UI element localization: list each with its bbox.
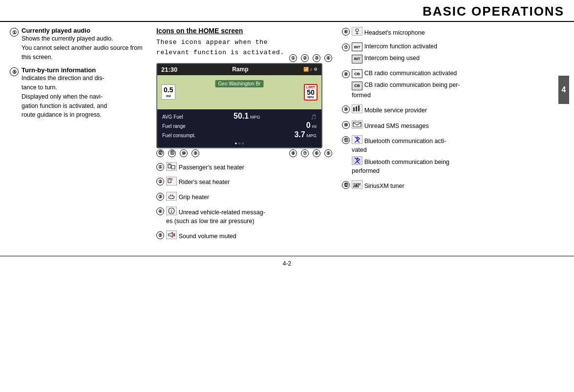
cb-radio-active-label: CB radio communication activated — [364, 70, 457, 77]
center-icon-item-1: ① Passenger's seat heater — [156, 162, 332, 172]
center-icon-num-2: ② — [156, 178, 164, 186]
limit-label: MPH — [307, 96, 314, 99]
center-heading: Icons on the HOME screen — [156, 27, 332, 35]
vehicle-message-icon: i — [166, 206, 177, 215]
center-icon-item-2: ② Rider's seat heater — [156, 177, 332, 187]
anno-4: ④ — [324, 54, 332, 62]
road-label: Geo Washington Br — [215, 80, 264, 87]
grip-heater-icon — [166, 192, 177, 201]
screen-bottombar: SXM ☰ ✉ |◀ ♫ Teri Meri Baatein - ... ▶| … — [157, 147, 321, 148]
music-note-right: 🎵 — [311, 114, 317, 120]
headset-mic-label: Headset's microphone — [364, 29, 425, 36]
right-icon-item-6: ⑥ Headset's microphone — [342, 27, 564, 38]
anno-3: ③ — [313, 54, 320, 62]
music-icon: ♪ — [310, 67, 313, 72]
bluetooth-active-icon — [352, 135, 362, 144]
speed-val: 0.5 — [164, 86, 173, 94]
fuel-avg-row: AVG Fuel 50.1 MPG 🎵 — [162, 112, 317, 121]
fuel-range-label: Fuel range — [162, 124, 186, 129]
screen-time: 21:30 — [161, 66, 177, 73]
sms-unread-icon — [352, 120, 362, 129]
cb-radio-used-block: CB CB radio communication being per-form… — [352, 81, 460, 100]
center-icon-body-5: Sound volume muted — [166, 230, 236, 241]
center-icon-num-5: ⑤ — [156, 231, 164, 239]
footer-divider — [0, 256, 574, 256]
left-item-2: ⑤ Turn-by-turn information Indicates the… — [10, 66, 147, 120]
bluetooth-used-label: Bluetooth communication beingperformed — [352, 159, 449, 174]
item-content-1: Currently played audio Shows the current… — [21, 27, 147, 62]
anno-bottom-left: ⑫ ⑪ ⑩ ⑨ — [156, 149, 199, 157]
item-title-2: Turn-by-turn information — [21, 66, 107, 74]
center-icon-item-3: ③ Grip heater — [156, 192, 332, 202]
right-icon-item-10: ⑩ Unread SMS messages — [342, 120, 564, 131]
center-icon-num-4: ④ — [156, 207, 164, 215]
intercom-active-icon: INT — [352, 42, 362, 51]
right-icon-num-9: ⑨ — [342, 105, 350, 113]
settings-icon: ⚙ — [314, 67, 318, 72]
anno-9: ⑨ — [191, 149, 199, 157]
right-icon-item-11: ⑪ Bluetooth communication acti-vated Blu… — [342, 135, 564, 175]
cb-radio-active-icon: CB — [352, 69, 362, 78]
anno-6: ⑥ — [313, 149, 320, 157]
bluetooth-used-icon — [352, 156, 362, 165]
seat-heater-rider-icon — [166, 177, 177, 186]
svg-rect-14 — [360, 108, 361, 111]
right-icon-num-10: ⑩ — [342, 121, 350, 129]
svg-rect-19 — [356, 184, 357, 187]
right-icon-body-11: Bluetooth communication acti-vated Bluet… — [352, 135, 449, 175]
page-title: BASIC OPERATIONS — [10, 4, 564, 19]
headset-mic-icon — [352, 27, 362, 36]
intercom-active-label: Intercom function activated — [364, 43, 437, 50]
speed-box: 0.5 mi — [161, 84, 175, 100]
anno-1: ① — [289, 54, 297, 62]
signal-icon: 📶 — [303, 67, 309, 72]
anno-10: ⑩ — [180, 149, 188, 157]
left-item-1: ① Currently played audio Shows the curre… — [10, 27, 147, 62]
center-icon-list: ① Passenger's seat heater ② Rider's seat… — [156, 162, 332, 241]
right-icon-body-6: Headset's microphone — [352, 27, 425, 38]
siriusxm-label: SiriusXM tuner — [364, 183, 404, 189]
cb-radio-used-icon: CB — [352, 82, 362, 90]
right-icon-item-12: ⑫ SXM SiriusXM tuner — [342, 180, 564, 191]
svg-rect-20 — [358, 186, 359, 187]
anno-top: ① ② ③ ④ — [289, 54, 332, 62]
anno-7: ⑦ — [301, 149, 309, 157]
speed-unit: mi — [164, 94, 173, 98]
intercom-used-label: Intercom being used — [364, 55, 420, 62]
svg-rect-11 — [353, 107, 355, 111]
cb-radio-used-label: CB radio communication being per-formed — [352, 82, 460, 99]
center-icon-body-3: Grip heater — [166, 192, 209, 202]
limit-num: 50 — [307, 89, 315, 96]
item-desc-1: Shows the currently played audio. You ca… — [21, 34, 147, 62]
intercom-used-icon: INT — [352, 55, 362, 63]
section-badge: 4 — [558, 76, 569, 104]
grip-heater-label: Grip heater — [179, 194, 210, 201]
anno-5: ⑤ — [324, 149, 332, 157]
main-content: ① Currently played audio Shows the curre… — [0, 27, 574, 246]
mute-icon — [166, 230, 177, 239]
speed-limit: LIMIT 50 MPH — [304, 84, 318, 101]
anno-12: ⑫ — [156, 149, 164, 157]
seat-heater-rider-label: Rider's seat heater — [179, 179, 230, 186]
device-screen: 21:30 Ramp 📶 ♪ ⚙ 0.5 mi — [156, 63, 322, 148]
center-icon-num-1: ① — [156, 163, 164, 171]
fuel-consump-label: Fuel consumpt. — [162, 133, 195, 138]
svg-rect-15 — [353, 122, 361, 127]
dots-indicator: ● ○ ○ — [162, 140, 317, 145]
screen-topbar: 21:30 Ramp 📶 ♪ ⚙ — [157, 64, 321, 75]
svg-rect-12 — [356, 106, 357, 111]
item-content-2: Turn-by-turn information Indicates the d… — [21, 66, 107, 120]
svg-rect-18 — [355, 185, 356, 187]
right-icon-body-9: Mobile service provider — [352, 104, 427, 115]
right-icon-body-7: INT Intercom function activated INT Inte… — [352, 42, 437, 64]
anno-8: ⑧ — [289, 149, 297, 157]
center-icon-num-3: ③ — [156, 193, 164, 201]
mobile-provider-label: Mobile service provider — [364, 107, 427, 114]
page-num: 4-2 — [283, 260, 291, 267]
seat-heater-passenger-label: Passenger's seat heater — [179, 164, 244, 171]
right-icon-num-7: ⑦ — [342, 43, 350, 51]
center-icon-body-4: i Unread vehicle-related messag-es (such… — [166, 206, 265, 226]
svg-point-8 — [356, 29, 359, 32]
screen-container: ① ② ③ ④ 21:30 Ramp 📶 ♪ ⚙ — [156, 63, 332, 148]
screen-map: 0.5 mi Geo Washington Br LIMIT 50 MPH — [157, 75, 321, 109]
